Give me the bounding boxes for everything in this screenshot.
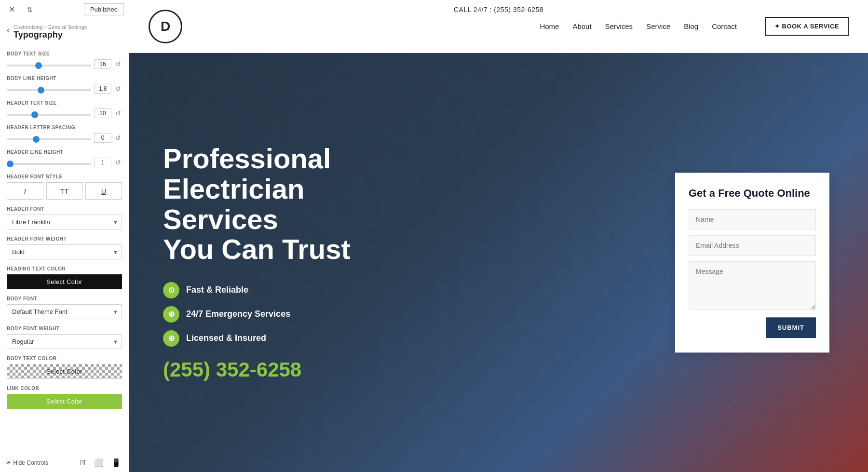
header-line-height-slider[interactable] [7,163,91,165]
italic-button[interactable]: I [7,182,43,200]
header-font-weight-label: HEADER FONT WEIGHT [7,236,122,242]
hide-controls-label: Hide Controls [13,459,48,466]
feature-1-text: Fast & Reliable [186,285,248,295]
header-letter-spacing-group: HEADER LETTER SPACING 0 ↺ [7,125,122,143]
nav-services[interactable]: Services [605,22,633,30]
header-line-height-input[interactable]: 1 [94,158,111,167]
header-font-weight-group: HEADER FONT WEIGHT Bold Regular Light ▼ [7,236,122,259]
close-button[interactable]: ✕ [5,3,18,16]
feature-3-icon: ⊕ [163,330,179,347]
header-letter-spacing-label: HEADER LETTER SPACING [7,125,122,130]
hero-title-line3: You Can Trust [163,233,351,265]
body-text-size-input[interactable]: 16 [94,59,111,69]
header-text-size-slider[interactable] [7,114,91,116]
heading-text-color-group: HEADING TEXT COLOR Select Color [7,266,122,289]
feature-3: ⊕ Licensed & Insured [163,330,423,347]
header-line-height-group: HEADER LINE HEIGHT 1 ↺ [7,149,122,167]
body-text-size-group: BODY TEXT SIZE 16 ↺ [7,51,122,69]
site-logo: D [149,10,182,43]
nav-contact[interactable]: Contact [712,22,737,30]
body-font-group: BODY FONT Default Theme Font Arial Georg… [7,296,122,319]
hero-title: Professional Electrician Services You Ca… [163,144,423,265]
header-font-weight-select[interactable]: Bold Regular Light [7,244,122,259]
header-letter-spacing-reset[interactable]: ↺ [114,134,122,142]
panel-title: Typography [14,30,87,40]
heading-text-color-label: HEADING TEXT COLOR [7,266,122,271]
body-font-weight-label: BODY FONT WEIGHT [7,326,122,331]
link-color-picker[interactable]: Select Color [7,394,122,409]
published-button[interactable]: Published [84,3,124,15]
header-font-style-label: HEADER FONT STYLE [7,174,122,179]
body-font-weight-select[interactable]: Regular Bold Light [7,334,122,349]
name-input[interactable] [689,209,816,229]
eye-icon: 👁 [6,459,12,466]
desktop-view-button[interactable]: 🖥 [77,458,88,468]
feature-2: ⊕ 24/7 Emergency Services [163,306,423,323]
header-line-height-label: HEADER LINE HEIGHT [7,149,122,155]
message-input[interactable] [689,261,816,310]
hide-controls-button[interactable]: 👁 Hide Controls [6,459,73,466]
body-text-size-reset[interactable]: ↺ [114,60,122,68]
header-text-size-input[interactable]: 30 [94,108,111,118]
nav-home[interactable]: Home [540,22,559,30]
customizer-panel: ✕ ⇅ Published ‹ Customizing › General Se… [0,0,129,472]
top-bar: ✕ ⇅ Published [0,0,129,19]
hero-title-line2: Electrician Services [163,173,304,235]
header-letter-spacing-slider[interactable] [7,138,91,140]
body-line-height-slider[interactable] [7,89,91,91]
feature-3-text: Licensed & Insured [186,333,266,343]
hero-content: Professional Electrician Services You Ca… [129,115,457,410]
body-text-color-label: BODY TEXT COLOR [7,356,122,361]
header-letter-spacing-input[interactable]: 0 [94,133,111,143]
body-color-picker[interactable]: Select Color [7,364,122,379]
hero-phone: (255) 352-6258 [163,358,423,381]
email-input[interactable] [689,235,816,256]
quote-form: Get a Free Quote Online SUBMIT [675,173,829,352]
body-text-color-group: BODY TEXT COLOR Select Color [7,356,122,379]
heading-color-picker[interactable]: Select Color [7,274,122,289]
nav-about[interactable]: About [572,22,591,30]
body-line-height-reset[interactable]: ↺ [114,85,122,93]
site-header-top: CALL 24/7 : (255) 352-6258 [454,6,543,13]
link-color-label: LINK COLOR [7,386,122,391]
body-line-height-input[interactable]: 1.8 [94,84,111,94]
main-nav: Home About Services Service Blog Contact… [540,17,849,36]
header-font-style-group: HEADER FONT STYLE I TT U [7,174,122,200]
feature-1: ⊙ Fast & Reliable [163,282,423,298]
quote-form-title: Get a Free Quote Online [689,187,816,200]
header-text-size-reset[interactable]: ↺ [114,109,122,117]
body-text-size-slider[interactable] [7,65,91,67]
preview-area: D CALL 24/7 : (255) 352-6258 Home About … [129,0,868,472]
header-font-label: HEADER FONT [7,206,122,212]
site-nav: D CALL 24/7 : (255) 352-6258 Home About … [129,0,868,53]
header-text-size-label: HEADER TEXT SIZE [7,100,122,106]
hero-title-line1: Professional [163,143,331,174]
underline-button[interactable]: U [85,182,122,200]
undo-redo-button[interactable]: ⇅ [21,3,39,16]
hero-section: Professional Electrician Services You Ca… [129,53,868,472]
breadcrumb: Customizing › General Settings [14,24,87,30]
allcaps-button[interactable]: TT [46,182,83,200]
nav-blog[interactable]: Blog [684,22,698,30]
panel-content: BODY TEXT SIZE 16 ↺ BODY LINE HEIGHT 1.8… [0,45,129,453]
feature-2-icon: ⊕ [163,306,179,323]
body-line-height-group: BODY LINE HEIGHT 1.8 ↺ [7,76,122,94]
feature-2-text: 24/7 Emergency Services [186,309,290,319]
feature-1-icon: ⊙ [163,282,179,298]
nav-service[interactable]: Service [646,22,670,30]
mobile-view-button[interactable]: 📱 [109,457,123,468]
body-text-size-label: BODY TEXT SIZE [7,51,122,56]
tablet-view-button[interactable]: ⬜ [92,457,106,468]
body-font-label: BODY FONT [7,296,122,301]
body-font-weight-group: BODY FONT WEIGHT Regular Bold Light ▼ [7,326,122,349]
bottom-controls: 👁 Hide Controls 🖥 ⬜ 📱 [0,453,129,472]
header-font-group: HEADER FONT Libre Franklin Arial Georgia… [7,206,122,229]
panel-header: ‹ Customizing › General Settings Typogra… [0,19,129,45]
back-button[interactable]: ‹ [7,25,10,35]
book-service-button[interactable]: ✦ BOOK A SERVICE [765,17,849,36]
body-line-height-label: BODY LINE HEIGHT [7,76,122,81]
header-font-select[interactable]: Libre Franklin Arial Georgia [7,215,122,229]
body-font-select[interactable]: Default Theme Font Arial Georgia [7,304,122,319]
header-line-height-reset[interactable]: ↺ [114,159,122,166]
submit-button[interactable]: SUBMIT [766,317,816,338]
